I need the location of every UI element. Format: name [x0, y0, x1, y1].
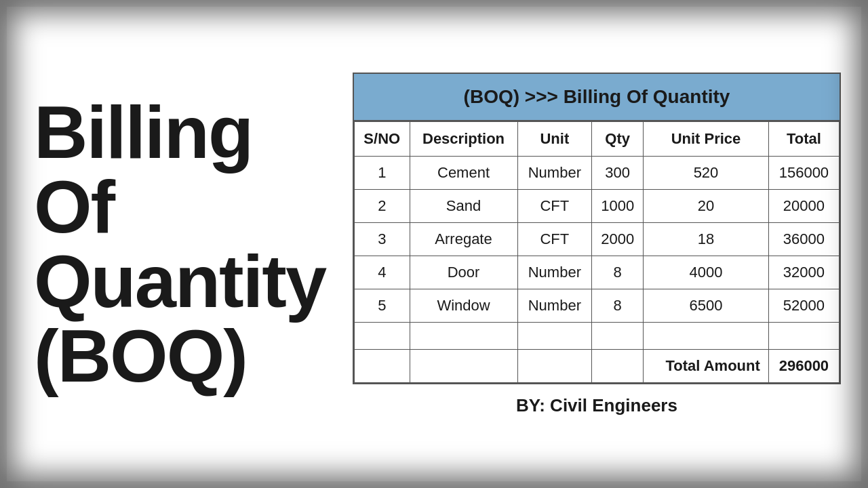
col-total: Total: [768, 121, 839, 156]
total-amount-label: Total Amount: [644, 349, 769, 382]
table-row: 1CementNumber300520156000: [355, 156, 840, 189]
cell-description: Sand: [410, 189, 517, 222]
col-description: Description: [410, 121, 517, 156]
cell-description: Door: [410, 256, 517, 289]
col-unit-price: Unit Price: [644, 121, 769, 156]
cell-description: Window: [410, 289, 517, 322]
total-row: Total Amount296000: [355, 349, 840, 382]
col-sno: S/NO: [355, 121, 410, 156]
col-qty: Qty: [592, 121, 644, 156]
cell-qty: 2000: [592, 222, 644, 256]
title-line1: Billing: [34, 90, 252, 174]
page-wrapper: Billing Of Quantity (BOQ) (BOQ) >>> Bill…: [7, 7, 861, 481]
cell-total: 32000: [768, 256, 839, 289]
cell-total: 52000: [768, 289, 839, 322]
cell-total: 156000: [768, 156, 839, 189]
cell-qty: 1000: [592, 189, 644, 222]
boq-banner: (BOQ) >>> Billing Of Quantity: [354, 74, 840, 121]
table-row: 5WindowNumber8650052000: [355, 289, 840, 322]
cell-unit: Number: [517, 256, 592, 289]
cell-unit_price: 18: [644, 222, 769, 256]
table-row: 3ArregateCFT20001836000: [355, 222, 840, 256]
boq-section: (BOQ) >>> Billing Of Quantity S/NO Descr…: [353, 73, 841, 416]
cell-unit: CFT: [517, 189, 592, 222]
cell-sno: 2: [355, 189, 410, 222]
cell-unit_price: 20: [644, 189, 769, 222]
cell-unit_price: 4000: [644, 256, 769, 289]
cell-qty: 8: [592, 256, 644, 289]
main-title: Billing Of Quantity (BOQ): [34, 95, 326, 393]
cell-qty: 8: [592, 289, 644, 322]
table-row: 4DoorNumber8400032000: [355, 256, 840, 289]
cell-qty: 300: [592, 156, 644, 189]
total-amount-value: 296000: [768, 349, 839, 382]
cell-sno: 5: [355, 289, 410, 322]
cell-sno: 1: [355, 156, 410, 189]
title-section: Billing Of Quantity (BOQ): [34, 20, 319, 468]
title-line4: (BOQ): [34, 314, 247, 397]
cell-unit_price: 6500: [644, 289, 769, 322]
table-header-row: S/NO Description Unit Qty Unit Price Tot…: [355, 121, 840, 156]
cell-sno: 4: [355, 256, 410, 289]
title-line3: Quantity: [34, 239, 326, 323]
boq-table-container: (BOQ) >>> Billing Of Quantity S/NO Descr…: [353, 73, 841, 384]
title-line2: Of: [34, 165, 114, 248]
cell-unit: CFT: [517, 222, 592, 256]
boq-table: S/NO Description Unit Qty Unit Price Tot…: [354, 121, 840, 383]
cell-unit: Number: [517, 156, 592, 189]
cell-description: Cement: [410, 156, 517, 189]
cell-sno: 3: [355, 222, 410, 256]
cell-unit_price: 520: [644, 156, 769, 189]
cell-total: 36000: [768, 222, 839, 256]
table-row: 2SandCFT10002020000: [355, 189, 840, 222]
cell-unit: Number: [517, 289, 592, 322]
cell-description: Arregate: [410, 222, 517, 256]
cell-total: 20000: [768, 189, 839, 222]
empty-row: [355, 322, 840, 349]
attribution: BY: Civil Engineers: [516, 395, 677, 416]
col-unit: Unit: [517, 121, 592, 156]
